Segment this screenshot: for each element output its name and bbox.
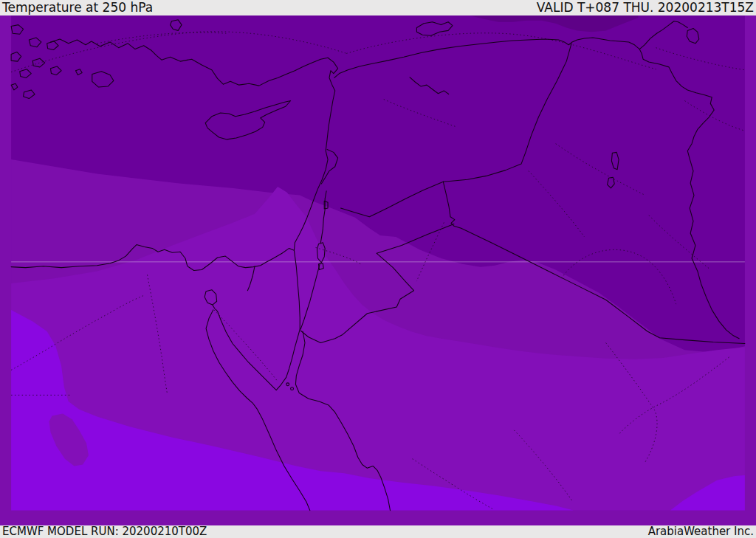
model-run-label: ECMWF MODEL RUN: 20200210T00Z (0, 525, 207, 538)
valid-time-label: VALID T+087 THU. 20200213T15Z (537, 0, 756, 15)
temperature-bands (11, 15, 745, 511)
credit-label: ArabiaWeather Inc. (648, 525, 756, 538)
footer-bar: ECMWF MODEL RUN: 20200210T00Z ArabiaWeat… (0, 525, 756, 538)
map-title: Temperature at 250 hPa (0, 0, 153, 15)
header-bar: Temperature at 250 hPa VALID T+087 THU. … (0, 0, 756, 15)
map-canvas (0, 15, 756, 525)
weather-map-window: Temperature at 250 hPa VALID T+087 THU. … (0, 0, 756, 538)
temperature-map (0, 15, 756, 525)
